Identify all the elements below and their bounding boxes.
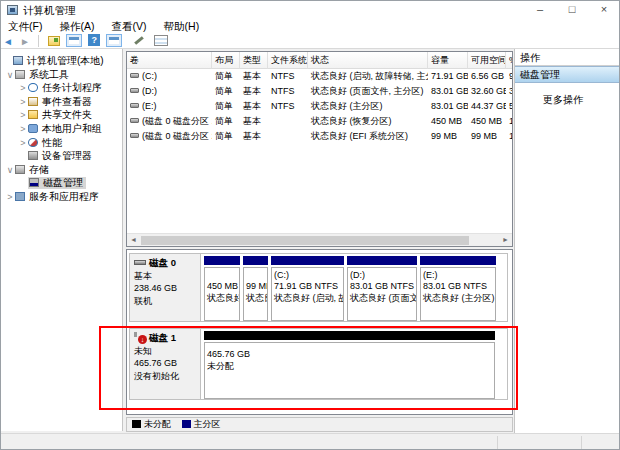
- chevron-right-icon[interactable]: >: [5, 191, 15, 204]
- col-header-free[interactable]: 可用空间: [468, 52, 506, 69]
- partition-color-bar: [204, 256, 240, 265]
- more-actions-button[interactable]: 更多操作: [543, 93, 620, 107]
- disk1-row: ↓磁盘 1 未知 465.76 GB 没有初始化 465.76 GB未分配: [129, 328, 508, 400]
- toolbar: ◄ ► ?: [1, 34, 619, 49]
- disk0-status: 联机: [134, 295, 200, 308]
- forward-icon[interactable]: ►: [18, 35, 32, 48]
- volume-icon: [130, 73, 139, 78]
- chevron-down-icon[interactable]: ∨: [5, 164, 15, 177]
- sidebar-item-services[interactable]: >服务和应用程序: [1, 190, 122, 204]
- performance-icon: [28, 138, 38, 147]
- close-button[interactable]: ×: [589, 1, 619, 19]
- menu-help[interactable]: 帮助(H): [164, 19, 200, 34]
- menu-bar: 文件(F) 操作(A) 查看(V) 帮助(H): [1, 19, 619, 34]
- services-icon: [15, 192, 25, 201]
- chevron-right-icon[interactable]: >: [18, 137, 28, 150]
- volume-icon: [130, 103, 139, 108]
- volumes-list: 卷 布局 类型 文件系统 状态 容量 可用空间 % (C:) 简单 基本 NTF…: [126, 51, 513, 247]
- col-header-layout[interactable]: 布局: [212, 52, 240, 69]
- chevron-right-icon[interactable]: >: [18, 123, 28, 136]
- sidebar-item-shared-folders[interactable]: >共享文件夹: [1, 108, 122, 122]
- legend-bar: 未分配 主分区: [126, 417, 513, 432]
- partition-color-bar: [420, 256, 496, 265]
- back-icon[interactable]: ◄: [1, 35, 15, 48]
- device-manager-icon: [28, 151, 38, 160]
- menu-view[interactable]: 查看(V): [112, 19, 147, 34]
- col-header-type[interactable]: 类型: [240, 52, 268, 69]
- unallocated-color-bar: [204, 331, 495, 340]
- partition-c[interactable]: (C:)71.91 GB NTFS状态良好 (启动, 故: [271, 256, 344, 321]
- sidebar-item-computer-management[interactable]: 计算机管理(本地): [1, 54, 122, 68]
- users-icon: [28, 124, 38, 133]
- action-pane-toggle-icon[interactable]: [106, 34, 122, 47]
- not-initialized-warning-icon: ↓: [138, 335, 147, 344]
- disk0-row: 磁盘 0 基本 238.46 GB 联机 450 MB状态良好 99 MB状态良…: [129, 253, 508, 322]
- export-folder-icon[interactable]: [48, 36, 60, 46]
- disk0-size: 238.46 GB: [134, 282, 200, 295]
- disk-management-panel: 卷 布局 类型 文件系统 状态 容量 可用空间 % (C:) 简单 基本 NTF…: [126, 51, 513, 433]
- scroll-right-icon[interactable]: ►: [499, 234, 512, 246]
- status-bar: [1, 433, 619, 450]
- maximize-button[interactable]: □: [557, 1, 587, 19]
- disk1-size: 465.76 GB: [134, 357, 200, 370]
- partition-efi[interactable]: 99 MB状态良好: [243, 256, 268, 321]
- horizontal-scrollbar[interactable]: ◄ ►: [127, 233, 512, 246]
- disk0-type: 基本: [134, 270, 200, 283]
- computer-management-window: 计算机管理 – □ × 文件(F) 操作(A) 查看(V) 帮助(H) ◄ ► …: [0, 0, 620, 450]
- sidebar-item-event-viewer[interactable]: >事件查看器: [1, 95, 122, 109]
- action-tool-icon[interactable]: [135, 36, 145, 45]
- col-header-status[interactable]: 状态: [308, 52, 428, 69]
- sidebar-item-task-scheduler[interactable]: >任务计划程序: [1, 81, 122, 95]
- disk0-info[interactable]: 磁盘 0 基本 238.46 GB 联机: [130, 254, 201, 321]
- unallocated-block[interactable]: 465.76 GB未分配: [204, 331, 495, 399]
- partition-color-bar: [243, 256, 268, 265]
- partition-color-bar: [347, 256, 417, 265]
- scrollbar-thumb[interactable]: [141, 236, 469, 245]
- shared-folders-icon: [28, 110, 38, 119]
- volume-icon: [130, 88, 139, 93]
- disk1-info[interactable]: ↓磁盘 1 未知 465.76 GB 没有初始化: [130, 329, 201, 399]
- window-title: 计算机管理: [23, 4, 76, 18]
- sidebar-item-disk-management[interactable]: 磁盘管理: [1, 176, 122, 190]
- system-tools-icon: [15, 70, 25, 79]
- chevron-right-icon[interactable]: >: [18, 96, 28, 109]
- sidebar-item-device-manager[interactable]: 设备管理器: [1, 149, 122, 163]
- task-scheduler-icon: [28, 83, 38, 92]
- sidebar-item-local-users[interactable]: >本地用户和组: [1, 122, 122, 136]
- volume-icon: [130, 133, 139, 138]
- minimize-button[interactable]: –: [525, 1, 555, 19]
- menu-file[interactable]: 文件(F): [8, 19, 42, 34]
- sidebar-item-storage[interactable]: ∨存储: [1, 163, 122, 177]
- disk1-status: 没有初始化: [134, 370, 200, 383]
- console-tree-toggle-icon[interactable]: [66, 34, 82, 47]
- properties-icon[interactable]: [154, 35, 168, 46]
- col-header-fs[interactable]: 文件系统: [268, 52, 308, 69]
- partition-color-bar: [271, 256, 344, 265]
- disk-management-icon: [29, 178, 39, 187]
- chevron-right-icon[interactable]: >: [18, 82, 28, 95]
- volume-icon: [130, 118, 139, 123]
- console-tree: 计算机管理(本地) ∨系统工具 >任务计划程序 >事件查看器 >共享文件夹 >本…: [1, 49, 123, 431]
- title-bar: 计算机管理 – □ ×: [1, 1, 619, 19]
- event-viewer-icon: [28, 97, 38, 106]
- disk-graphical-view: 磁盘 0 基本 238.46 GB 联机 450 MB状态良好 99 MB状态良…: [126, 249, 513, 415]
- scroll-left-icon[interactable]: ◄: [127, 234, 140, 246]
- col-header-pct[interactable]: %: [506, 52, 513, 69]
- col-header-capacity[interactable]: 容量: [428, 52, 468, 69]
- help-icon[interactable]: ?: [88, 34, 100, 46]
- storage-icon: [15, 165, 25, 174]
- actions-disk-management[interactable]: 磁盘管理: [515, 66, 620, 83]
- menu-action[interactable]: 操作(A): [59, 19, 94, 34]
- app-icon: [7, 5, 18, 15]
- sidebar-item-performance[interactable]: >性能: [1, 136, 122, 150]
- actions-title: 操作: [515, 49, 620, 66]
- partition-e[interactable]: (E:)83.01 GB NTFS状态良好 (主分区): [420, 256, 496, 321]
- sidebar-item-system-tools[interactable]: ∨系统工具: [1, 68, 122, 82]
- col-header-volume[interactable]: 卷: [127, 52, 212, 69]
- disk1-type: 未知: [134, 345, 200, 358]
- partition-recovery[interactable]: 450 MB状态良好: [204, 256, 240, 321]
- partition-d[interactable]: (D:)83.01 GB NTFS状态良好 (页面文: [347, 256, 417, 321]
- unallocated-swatch: [132, 420, 141, 428]
- chevron-down-icon[interactable]: ∨: [5, 69, 15, 82]
- chevron-right-icon[interactable]: >: [18, 109, 28, 122]
